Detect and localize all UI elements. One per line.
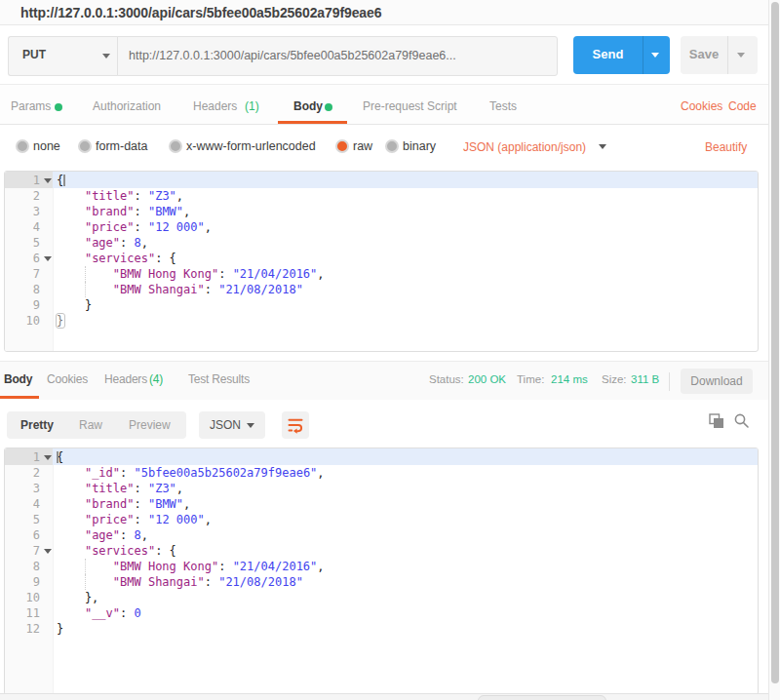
body-green-dot	[325, 103, 332, 111]
fold-arrow-icon[interactable]	[44, 256, 52, 261]
save-button[interactable]: Save	[681, 36, 758, 74]
copy-icon	[709, 413, 724, 429]
code-line-12[interactable]: }	[53, 621, 759, 637]
wrap-lines-button[interactable]	[282, 411, 309, 439]
content-type-select[interactable]: JSON (application/json)	[463, 140, 586, 154]
url-input[interactable]: http://127.0.0.1:3000/api/cars/5bfee00a5…	[117, 36, 558, 76]
response-meta-row: Body Cookies Headers (4) Test Results St…	[0, 361, 768, 401]
indent-guide	[85, 282, 86, 297]
status-value: 200 OK	[468, 373, 506, 385]
bottom-band	[0, 693, 780, 700]
code-line-10[interactable]: }	[53, 313, 759, 329]
tab-params[interactable]: Params	[11, 99, 51, 113]
radio-none-label[interactable]: none	[33, 139, 60, 153]
code-link[interactable]: Code	[728, 99, 757, 113]
fold-arrow-icon[interactable]	[44, 455, 52, 460]
gutter-line-8: 8	[5, 282, 53, 297]
code-line-5[interactable]: "price": "12 000",	[53, 512, 759, 527]
tab-tests[interactable]: Tests	[489, 99, 517, 113]
view-preview[interactable]: Preview	[129, 418, 171, 432]
response-format-select[interactable]: JSON	[199, 411, 265, 439]
save-dropdown-caret-icon[interactable]	[737, 53, 745, 58]
code-line-1[interactable]: {	[53, 172, 759, 188]
beautify-link[interactable]: Beautify	[705, 140, 747, 154]
tab-headers[interactable]: Headers	[193, 99, 237, 113]
code-line-3[interactable]: "title": "Z3",	[53, 481, 759, 496]
gutter-line-10: 10	[5, 590, 53, 605]
send-dropdown-caret-icon[interactable]	[651, 53, 659, 58]
status-label: Status:	[429, 373, 464, 385]
fold-arrow-icon[interactable]	[44, 549, 52, 554]
radio-form-data[interactable]	[78, 139, 92, 153]
download-button[interactable]: Download	[681, 369, 753, 394]
code-line-9[interactable]: "BMW Shangai": "21/08/2018"	[53, 574, 759, 590]
method-select[interactable]: PUT	[8, 36, 118, 76]
request-tab-title[interactable]: http://127.0.0.1:3000/api/cars/5bfee00a5…	[20, 5, 381, 20]
response-active-tab-underline	[0, 396, 39, 399]
response-format-caret-icon	[247, 423, 254, 428]
copy-response-button[interactable]	[709, 413, 724, 429]
radio-binary-label[interactable]: binary	[403, 139, 436, 153]
page-scrollbar-thumb[interactable]	[771, 2, 779, 683]
time-value: 214 ms	[551, 373, 588, 385]
response-tab-cookies[interactable]: Cookies	[47, 372, 88, 386]
fold-arrow-icon[interactable]	[44, 178, 52, 183]
code-line-5[interactable]: "age": 8,	[53, 235, 759, 251]
time-label: Time:	[517, 373, 544, 385]
response-tab-test-results[interactable]: Test Results	[188, 372, 250, 386]
view-pretty[interactable]: Pretty	[20, 418, 54, 432]
text-cursor	[63, 175, 65, 186]
size-label: Size:	[602, 373, 627, 385]
response-tab-body[interactable]: Body	[4, 372, 32, 386]
tab-authorization[interactable]: Authorization	[93, 99, 161, 113]
content-type-caret-icon[interactable]	[599, 144, 606, 149]
code-line-7[interactable]: "BMW Hong Kong": "21/04/2016",	[53, 266, 759, 282]
matching-bracket-highlight	[56, 313, 65, 329]
gutter-line-9: 9	[5, 297, 53, 313]
indent-guide	[85, 266, 86, 282]
code-line-9[interactable]: }	[53, 297, 759, 313]
code-line-8[interactable]: "BMW Shangai": "21/08/2018"	[53, 282, 759, 297]
size-value: 311 B	[631, 373, 659, 385]
response-body-editor[interactable]: 1{2 "_id": "5bfee00a5b25602a79f9eae6",3 …	[4, 447, 759, 695]
send-button-main[interactable]: Send	[573, 36, 643, 74]
code-line-4[interactable]: "price": "12 000",	[53, 219, 759, 235]
request-body-editor[interactable]: 1{2 "title": "Z3",3 "brand": "BMW",4 "pr…	[4, 171, 759, 352]
code-line-2[interactable]: "_id": "5bfee00a5b25602a79f9eae6",	[53, 465, 759, 481]
save-button-main[interactable]: Save	[681, 36, 727, 74]
send-button[interactable]: Send	[573, 36, 670, 74]
response-tab-headers[interactable]: Headers	[104, 372, 147, 386]
indent-guide	[85, 559, 86, 574]
code-line-6[interactable]: "age": 8,	[53, 527, 759, 543]
code-line-1[interactable]: {	[53, 448, 759, 465]
gutter-line-3: 3	[5, 481, 53, 496]
bottom-pill	[478, 695, 606, 700]
code-line-4[interactable]: "brand": "BMW",	[53, 496, 759, 512]
code-line-11[interactable]: "__v": 0	[53, 605, 759, 621]
gutter-line-1: 1	[5, 448, 53, 465]
radio-form-data-label[interactable]: form-data	[96, 139, 148, 153]
code-line-2[interactable]: "title": "Z3",	[53, 188, 759, 204]
code-line-8[interactable]: "BMW Hong Kong": "21/04/2016",	[53, 559, 759, 574]
code-line-10[interactable]: },	[53, 590, 759, 605]
headers-count-badge: (1)	[245, 99, 259, 113]
radio-raw[interactable]	[335, 139, 349, 153]
tab-body[interactable]: Body	[293, 99, 323, 113]
radio-none[interactable]	[16, 139, 29, 153]
radio-raw-label[interactable]: raw	[353, 139, 372, 153]
search-response-button[interactable]	[733, 412, 750, 429]
view-raw[interactable]: Raw	[79, 418, 102, 432]
gutter-line-1: 1	[5, 172, 53, 188]
gutter-line-7: 7	[5, 543, 53, 559]
radio-binary[interactable]	[385, 139, 399, 153]
response-format-value: JSON	[210, 418, 241, 432]
gutter-line-5: 5	[5, 512, 53, 527]
code-line-7[interactable]: "services": {	[53, 543, 759, 559]
cookies-link[interactable]: Cookies	[681, 99, 722, 113]
code-line-3[interactable]: "brand": "BMW",	[53, 204, 759, 219]
radio-x-www-form-urlencoded[interactable]	[169, 139, 182, 153]
gutter-line-8: 8	[5, 559, 53, 574]
tab-pre-request-script[interactable]: Pre-request Script	[363, 99, 457, 113]
radio-x-www-form-urlencoded-label[interactable]: x-www-form-urlencoded	[186, 139, 316, 153]
code-line-6[interactable]: "services": {	[53, 251, 759, 266]
